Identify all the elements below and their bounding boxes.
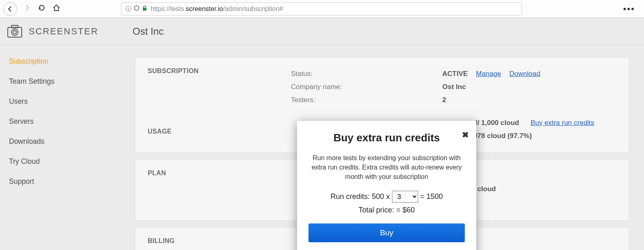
section-heading-plan: PLAN	[148, 170, 291, 177]
modal-credits-line: Run credits: 500 x 3 = 1500	[308, 191, 465, 203]
link-buy-credits[interactable]: Buy extra run credits	[531, 119, 594, 127]
value-testers: 2	[442, 96, 446, 104]
logo-icon	[7, 23, 23, 40]
company-name: Ost Inc	[133, 26, 164, 37]
info-icon: ⓘ	[126, 5, 131, 13]
sidebar-item-support[interactable]: Support	[0, 172, 126, 192]
reload-button[interactable]	[38, 4, 46, 13]
sidebar-item-downloads[interactable]: Downloads	[0, 132, 126, 152]
url-prefix: https://tests.	[151, 5, 186, 13]
forward-button[interactable]	[23, 4, 31, 13]
link-manage[interactable]: Manage	[476, 70, 501, 78]
sidebar-item-label: Team Settings	[9, 77, 54, 85]
value-runs-remaining: l/ 978 cloud (97.7%)	[468, 132, 532, 140]
sidebar-item-try-cloud[interactable]: Try Cloud	[0, 152, 126, 172]
sidebar-item-label: Servers	[9, 117, 34, 125]
label-company: Company name:	[291, 80, 442, 94]
modal-total: Total price: = $60	[308, 206, 465, 214]
sidebar-item-label: Users	[9, 97, 28, 105]
address-bar[interactable]: ⓘ https://tests. screenster.io /admin/su…	[121, 2, 522, 16]
sidebar-item-subscription[interactable]: Subscription	[0, 51, 126, 71]
svg-point-2	[11, 29, 18, 36]
sidebar-item-servers[interactable]: Servers	[0, 112, 126, 132]
modal-title: Buy extra run credits	[308, 132, 465, 144]
value-company: Ost Inc	[442, 83, 466, 91]
sidebar-item-users[interactable]: Users	[0, 92, 126, 112]
app-header: SCREENSTER Ost Inc	[0, 18, 644, 45]
qty-select[interactable]: 3	[392, 191, 418, 203]
section-heading-billing: BILLING	[148, 237, 291, 245]
home-button[interactable]	[52, 4, 61, 13]
brand-text: SCREENSTER	[29, 26, 98, 37]
lock-icon	[142, 5, 147, 12]
credits-prefix: Run credits: 500 x	[331, 192, 392, 201]
shield-icon	[134, 5, 140, 12]
sidebar-item-label: Subscription	[9, 57, 48, 65]
svg-rect-4	[11, 25, 18, 28]
sidebar-item-label: Downloads	[9, 137, 45, 145]
section-heading-subscription: SUBSCRIPTION	[148, 67, 291, 75]
buy-button[interactable]: Buy	[308, 223, 465, 242]
svg-rect-0	[143, 8, 146, 11]
modal-description: Run more tests by extending your subscri…	[308, 153, 465, 182]
modal-buy-credits: ✖ Buy extra run credits Run more tests b…	[297, 121, 476, 250]
label-testers: Testers:	[291, 94, 442, 107]
svg-point-3	[13, 31, 16, 34]
back-button[interactable]	[3, 2, 17, 16]
overflow-menu-button[interactable]: •••	[623, 4, 641, 14]
label-status: Status:	[291, 67, 442, 80]
link-download[interactable]: Download	[509, 70, 540, 78]
url-path: /admin/subscription#	[223, 5, 283, 13]
credits-result: = 1500	[420, 192, 443, 201]
browser-toolbar: ⓘ https://tests. screenster.io /admin/su…	[0, 0, 644, 18]
value-status: ACTIVE	[442, 70, 468, 78]
url-host: screenster.io	[186, 5, 223, 13]
sidebar-item-label: Support	[9, 177, 34, 185]
sidebar-item-label: Try Cloud	[9, 157, 40, 165]
sidebar: Subscription Team Settings Users Servers…	[0, 45, 126, 250]
close-icon[interactable]: ✖	[462, 130, 469, 140]
sidebar-item-team-settings[interactable]: Team Settings	[0, 71, 126, 92]
section-heading-usage: USAGE	[148, 128, 291, 135]
